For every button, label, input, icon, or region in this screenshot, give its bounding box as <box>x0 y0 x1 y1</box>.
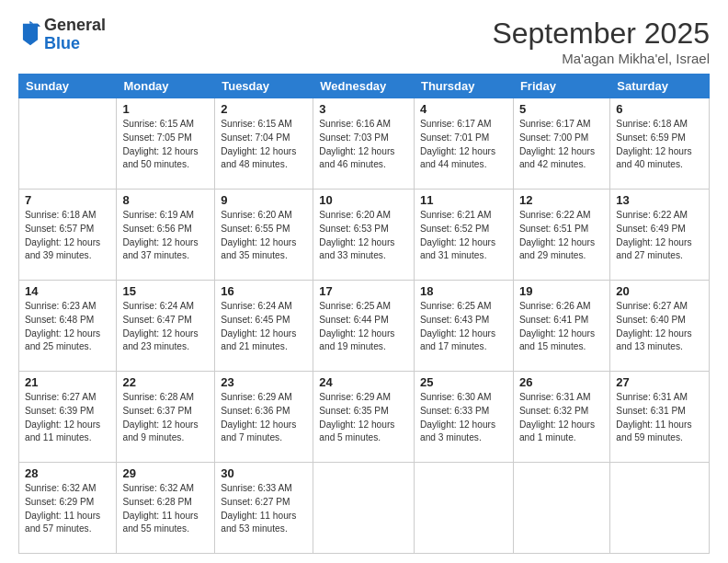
calendar-week-row: 14Sunrise: 6:23 AMSunset: 6:48 PMDayligh… <box>19 281 710 372</box>
calendar-cell <box>414 463 513 554</box>
day-number: 9 <box>221 193 307 207</box>
day-number: 18 <box>420 284 507 298</box>
day-info: Sunrise: 6:24 AMSunset: 6:45 PMDaylight:… <box>221 300 307 354</box>
title-block: September 2025 Ma'agan Mikha'el, Israel <box>492 17 710 66</box>
day-info: Sunrise: 6:16 AMSunset: 7:03 PMDaylight:… <box>319 118 408 172</box>
calendar-cell: 11Sunrise: 6:21 AMSunset: 6:52 PMDayligh… <box>414 190 513 281</box>
calendar-day-header: Tuesday <box>215 75 313 98</box>
calendar-cell: 1Sunrise: 6:15 AMSunset: 7:05 PMDaylight… <box>117 98 215 190</box>
calendar-cell <box>313 463 415 554</box>
day-info: Sunrise: 6:20 AMSunset: 6:55 PMDaylight:… <box>221 209 307 263</box>
day-number: 29 <box>122 466 209 480</box>
calendar-header-row: SundayMondayTuesdayWednesdayThursdayFrid… <box>19 75 710 98</box>
day-number: 14 <box>25 284 110 298</box>
calendar-cell: 10Sunrise: 6:20 AMSunset: 6:53 PMDayligh… <box>313 190 415 281</box>
day-number: 25 <box>420 375 507 389</box>
calendar-cell: 13Sunrise: 6:22 AMSunset: 6:49 PMDayligh… <box>610 190 710 281</box>
calendar-cell: 16Sunrise: 6:24 AMSunset: 6:45 PMDayligh… <box>215 281 313 372</box>
calendar-cell: 5Sunrise: 6:17 AMSunset: 7:00 PMDaylight… <box>513 98 609 190</box>
day-number: 19 <box>519 284 604 298</box>
calendar-cell <box>513 463 609 554</box>
calendar-day-header: Monday <box>117 75 215 98</box>
day-number: 23 <box>221 375 307 389</box>
day-number: 5 <box>519 102 604 116</box>
day-number: 16 <box>221 284 307 298</box>
day-info: Sunrise: 6:24 AMSunset: 6:47 PMDaylight:… <box>122 300 209 354</box>
logo-general-text: General <box>44 16 106 34</box>
day-number: 22 <box>122 375 209 389</box>
day-number: 21 <box>25 375 110 389</box>
calendar-cell: 24Sunrise: 6:29 AMSunset: 6:35 PMDayligh… <box>313 372 415 463</box>
day-number: 17 <box>319 284 408 298</box>
day-info: Sunrise: 6:22 AMSunset: 6:51 PMDaylight:… <box>519 209 604 263</box>
logo: General Blue <box>18 17 106 53</box>
day-number: 4 <box>420 102 507 116</box>
day-info: Sunrise: 6:20 AMSunset: 6:53 PMDaylight:… <box>319 209 408 263</box>
day-info: Sunrise: 6:27 AMSunset: 6:39 PMDaylight:… <box>25 391 110 445</box>
day-info: Sunrise: 6:25 AMSunset: 6:43 PMDaylight:… <box>420 300 507 354</box>
day-info: Sunrise: 6:18 AMSunset: 6:59 PMDaylight:… <box>616 118 703 172</box>
day-info: Sunrise: 6:32 AMSunset: 6:28 PMDaylight:… <box>122 482 209 536</box>
day-info: Sunrise: 6:26 AMSunset: 6:41 PMDaylight:… <box>519 300 604 354</box>
calendar-cell: 20Sunrise: 6:27 AMSunset: 6:40 PMDayligh… <box>610 281 710 372</box>
calendar-day-header: Wednesday <box>313 75 415 98</box>
calendar-cell: 15Sunrise: 6:24 AMSunset: 6:47 PMDayligh… <box>117 281 215 372</box>
day-number: 26 <box>519 375 604 389</box>
month-title: September 2025 <box>492 17 710 51</box>
day-info: Sunrise: 6:19 AMSunset: 6:56 PMDaylight:… <box>122 209 209 263</box>
calendar-week-row: 7Sunrise: 6:18 AMSunset: 6:57 PMDaylight… <box>19 190 710 281</box>
calendar-cell: 18Sunrise: 6:25 AMSunset: 6:43 PMDayligh… <box>414 281 513 372</box>
calendar-day-header: Friday <box>513 75 609 98</box>
day-number: 27 <box>616 375 703 389</box>
day-info: Sunrise: 6:22 AMSunset: 6:49 PMDaylight:… <box>616 209 703 263</box>
calendar-cell: 25Sunrise: 6:30 AMSunset: 6:33 PMDayligh… <box>414 372 513 463</box>
day-number: 13 <box>616 193 703 207</box>
calendar-cell: 7Sunrise: 6:18 AMSunset: 6:57 PMDaylight… <box>19 190 117 281</box>
calendar-cell: 29Sunrise: 6:32 AMSunset: 6:28 PMDayligh… <box>117 463 215 554</box>
location-subtitle: Ma'agan Mikha'el, Israel <box>492 51 710 66</box>
day-number: 20 <box>616 284 703 298</box>
calendar-cell: 22Sunrise: 6:28 AMSunset: 6:37 PMDayligh… <box>117 372 215 463</box>
calendar-cell: 26Sunrise: 6:31 AMSunset: 6:32 PMDayligh… <box>513 372 609 463</box>
day-info: Sunrise: 6:17 AMSunset: 7:01 PMDaylight:… <box>420 118 507 172</box>
day-info: Sunrise: 6:15 AMSunset: 7:04 PMDaylight:… <box>221 118 307 172</box>
day-number: 1 <box>122 102 209 116</box>
day-number: 2 <box>221 102 307 116</box>
day-number: 24 <box>319 375 408 389</box>
calendar-cell: 14Sunrise: 6:23 AMSunset: 6:48 PMDayligh… <box>19 281 117 372</box>
calendar-cell <box>19 98 117 190</box>
day-number: 30 <box>221 466 307 480</box>
calendar-cell: 8Sunrise: 6:19 AMSunset: 6:56 PMDaylight… <box>117 190 215 281</box>
day-info: Sunrise: 6:18 AMSunset: 6:57 PMDaylight:… <box>25 209 110 263</box>
calendar-cell: 6Sunrise: 6:18 AMSunset: 6:59 PMDaylight… <box>610 98 710 190</box>
calendar-cell: 30Sunrise: 6:33 AMSunset: 6:27 PMDayligh… <box>215 463 313 554</box>
day-number: 12 <box>519 193 604 207</box>
day-number: 10 <box>319 193 408 207</box>
day-number: 3 <box>319 102 408 116</box>
calendar-cell: 17Sunrise: 6:25 AMSunset: 6:44 PMDayligh… <box>313 281 415 372</box>
day-number: 8 <box>122 193 209 207</box>
day-info: Sunrise: 6:25 AMSunset: 6:44 PMDaylight:… <box>319 300 408 354</box>
calendar-cell: 28Sunrise: 6:32 AMSunset: 6:29 PMDayligh… <box>19 463 117 554</box>
day-info: Sunrise: 6:15 AMSunset: 7:05 PMDaylight:… <box>122 118 209 172</box>
day-number: 7 <box>25 193 110 207</box>
day-number: 15 <box>122 284 209 298</box>
calendar-cell: 4Sunrise: 6:17 AMSunset: 7:01 PMDaylight… <box>414 98 513 190</box>
calendar-cell: 2Sunrise: 6:15 AMSunset: 7:04 PMDaylight… <box>215 98 313 190</box>
day-number: 11 <box>420 193 507 207</box>
day-info: Sunrise: 6:29 AMSunset: 6:35 PMDaylight:… <box>319 391 408 445</box>
calendar-week-row: 21Sunrise: 6:27 AMSunset: 6:39 PMDayligh… <box>19 372 710 463</box>
calendar-week-row: 1Sunrise: 6:15 AMSunset: 7:05 PMDaylight… <box>19 98 710 190</box>
calendar-cell: 3Sunrise: 6:16 AMSunset: 7:03 PMDaylight… <box>313 98 415 190</box>
day-info: Sunrise: 6:29 AMSunset: 6:36 PMDaylight:… <box>221 391 307 445</box>
calendar-day-header: Thursday <box>414 75 513 98</box>
calendar-cell: 27Sunrise: 6:31 AMSunset: 6:31 PMDayligh… <box>610 372 710 463</box>
logo-icon <box>20 20 40 46</box>
day-info: Sunrise: 6:21 AMSunset: 6:52 PMDaylight:… <box>420 209 507 263</box>
calendar-cell: 12Sunrise: 6:22 AMSunset: 6:51 PMDayligh… <box>513 190 609 281</box>
calendar-cell: 19Sunrise: 6:26 AMSunset: 6:41 PMDayligh… <box>513 281 609 372</box>
logo-blue-text: Blue <box>44 34 80 52</box>
day-number: 28 <box>25 466 110 480</box>
day-info: Sunrise: 6:28 AMSunset: 6:37 PMDaylight:… <box>122 391 209 445</box>
day-info: Sunrise: 6:30 AMSunset: 6:33 PMDaylight:… <box>420 391 507 445</box>
